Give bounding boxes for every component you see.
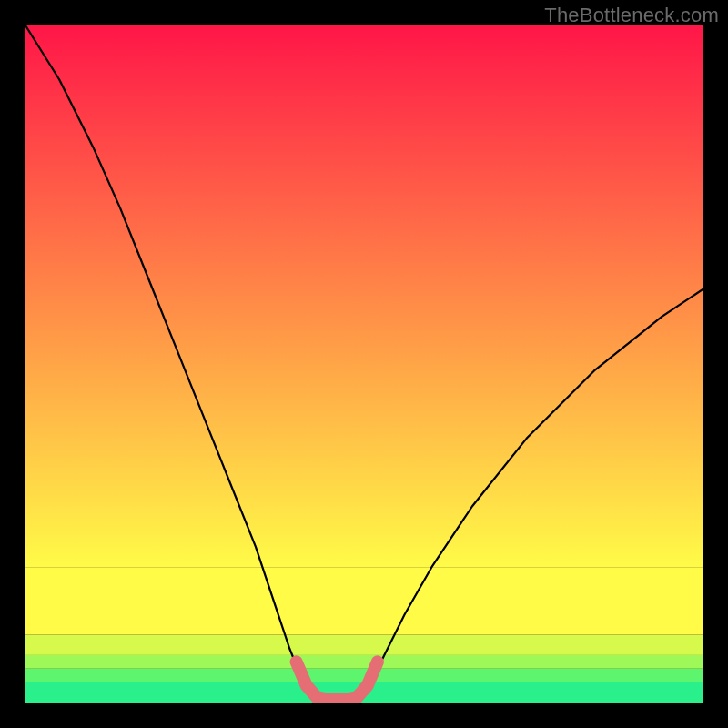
chart-svg	[25, 25, 703, 703]
background-band	[25, 655, 703, 669]
background-band	[25, 567, 703, 634]
plot-area	[25, 25, 703, 703]
background-band	[25, 635, 703, 655]
chart-frame: TheBottleneck.com	[0, 0, 728, 728]
watermark-text: TheBottleneck.com	[544, 4, 719, 27]
background-band	[25, 25, 703, 567]
